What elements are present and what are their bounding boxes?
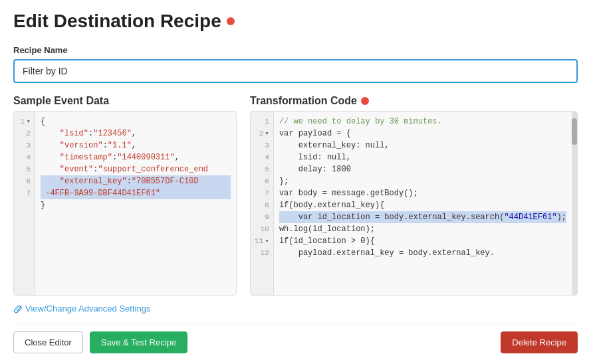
recipe-name-label: Recipe Name <box>13 45 578 55</box>
ln-3: 3 <box>14 139 35 151</box>
tln-8: 8 <box>251 199 273 211</box>
ln-6: 6 <box>14 175 35 187</box>
tln-5: 5 <box>251 163 273 175</box>
footer-buttons: Close Editor Save & Test Recipe Delete R… <box>13 323 578 353</box>
tln-9: 9 <box>251 211 273 223</box>
tln-7: 7 <box>251 187 273 199</box>
trans-line-7: var body = message.getBody(); <box>279 187 566 199</box>
trans-line-numbers: 1 2▾ 3 4 5 6 7 8 9 10 11▾ 12 <box>251 112 274 295</box>
tln-3: 3 <box>251 139 273 151</box>
unsaved-indicator <box>227 17 235 25</box>
trans-line-2: var payload = { <box>279 128 566 139</box>
trans-line-4: lsid: null, <box>279 151 566 163</box>
ln-4: 4 <box>14 151 35 163</box>
trans-line-3: external_key: null, <box>279 139 566 151</box>
transformation-title: Transformation Code <box>250 95 357 107</box>
trans-line-1: // we need to delay by 30 minutes. <box>279 116 566 128</box>
trans-line-10: wh.log(id_location); <box>279 223 566 235</box>
transformation-indicator <box>361 97 369 105</box>
sample-line-7: } <box>41 199 231 211</box>
transformation-editor[interactable]: 1 2▾ 3 4 5 6 7 8 9 10 11▾ 12 // we <box>250 111 578 296</box>
tln-11: 11▾ <box>251 235 273 247</box>
delete-recipe-button[interactable]: Delete Recipe <box>501 331 578 353</box>
tln-4: 4 <box>251 151 273 163</box>
trans-scrollbar[interactable] <box>572 112 577 295</box>
sample-event-title: Sample Event Data <box>13 95 109 107</box>
trans-code-content[interactable]: // we need to delay by 30 minutes. var p… <box>274 112 572 295</box>
sample-line-6: "external_key": "70B557DF-C10D <box>41 175 231 187</box>
page-title: Edit Destination Recipe <box>13 11 221 32</box>
sample-line-6b: -4FFB-9A99-DBF44D41EF61" <box>41 187 231 199</box>
sample-line-1: { <box>41 116 231 128</box>
paperclip-icon <box>13 304 23 314</box>
close-editor-button[interactable]: Close Editor <box>13 331 83 353</box>
recipe-name-input[interactable] <box>13 59 578 83</box>
sample-line-3: "version": "1.1", <box>41 139 231 151</box>
sample-event-editor[interactable]: 1▾ 2 3 4 5 6 7 { "lsid": "123456", "vers… <box>13 111 237 296</box>
sample-line-2: "lsid": "123456", <box>41 128 231 139</box>
ln-2: 2 <box>14 128 35 139</box>
ln-5: 5 <box>14 163 35 175</box>
trans-line-8: if(body.external_key){ <box>279 199 566 211</box>
sample-line-4: "timestamp": "1440090311", <box>41 151 231 163</box>
trans-line-9: var id_location = body.external_key.sear… <box>279 211 566 223</box>
tln-12: 12 <box>251 247 273 259</box>
save-test-button[interactable]: Save & Test Recipe <box>90 331 187 353</box>
ln-7: 7 <box>14 187 35 199</box>
sample-code-content[interactable]: { "lsid": "123456", "version": "1.1", "t… <box>35 112 236 295</box>
sample-line-5: "event": "support_conference_end <box>41 163 231 175</box>
tln-10: 10 <box>251 223 273 235</box>
sample-event-panel: Sample Event Data 1▾ 2 3 4 5 6 7 { <box>13 95 237 296</box>
tln-6: 6 <box>251 175 273 187</box>
trans-line-12: payload.external_key = body.external_key… <box>279 247 566 259</box>
ln-1: 1▾ <box>14 116 35 128</box>
transformation-panel: Transformation Code 1 2▾ 3 4 5 6 7 8 9 <box>250 95 578 296</box>
tln-1: 1 <box>251 116 273 128</box>
trans-line-6: }; <box>279 175 566 187</box>
trans-line-11: if(id_location > 0){ <box>279 235 566 247</box>
tln-2: 2▾ <box>251 128 273 139</box>
trans-scrollbar-thumb[interactable] <box>572 118 577 145</box>
sample-line-numbers: 1▾ 2 3 4 5 6 7 <box>14 112 35 295</box>
advanced-settings-section: View/Change Advanced Settings <box>13 304 578 314</box>
advanced-settings-link[interactable]: View/Change Advanced Settings <box>13 304 578 314</box>
trans-line-5: delay: 1800 <box>279 163 566 175</box>
